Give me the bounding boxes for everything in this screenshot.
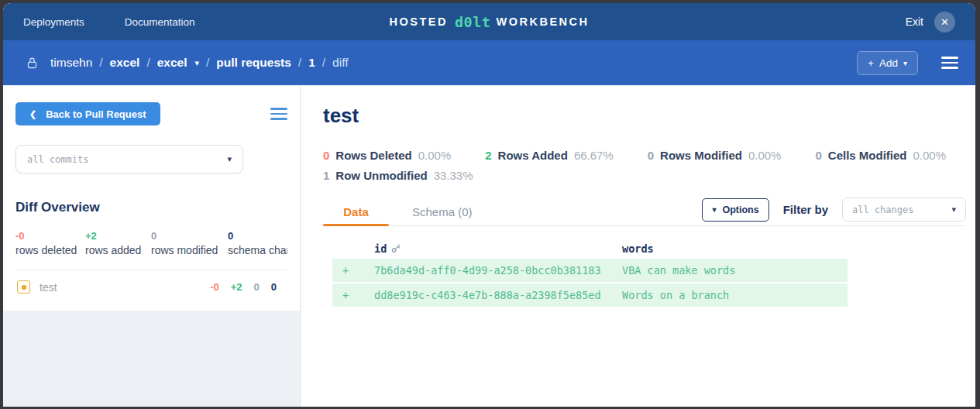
summary-label: Rows Added [498, 149, 568, 162]
breadcrumb-owner[interactable]: timsehn [50, 56, 92, 70]
nav-link-deployments[interactable]: Deployments [23, 16, 84, 28]
table-name: test [40, 281, 57, 294]
breadcrumb: timsehn / excel / excel ▾ / pull request… [50, 56, 348, 70]
app-window: Deployments Documentation HOSTED d0lt WO… [3, 3, 975, 407]
options-button[interactable]: ▾ Options [702, 198, 769, 222]
lock-icon [26, 57, 38, 70]
plus-icon: + [868, 57, 874, 69]
breadcrumb-separator: / [298, 56, 301, 70]
filter-by-label: Filter by [783, 203, 828, 216]
caret-down-icon: ▾ [227, 154, 232, 164]
summary-pct: 0.00% [748, 149, 782, 162]
logo-hosted: HOSTED [390, 15, 448, 28]
table-stat-deleted: -0 [210, 281, 219, 293]
row-added-marker: + [332, 264, 374, 277]
filter-changes-select[interactable]: all changes ▾ [842, 198, 966, 222]
menu-hamburger-icon[interactable] [941, 57, 958, 69]
add-button[interactable]: + Add ▾ [857, 51, 918, 75]
table-stats: -0 +2 0 0 [210, 281, 286, 293]
options-button-label: Options [722, 204, 758, 215]
tab-data[interactable]: Data [323, 198, 389, 225]
stat-label: rows deleted [15, 244, 85, 256]
chevron-left-icon: ❮ [29, 109, 36, 119]
caret-down-icon: ▾ [951, 204, 956, 215]
cell-words: Words on a branch [622, 289, 848, 301]
nav-link-documentation[interactable]: Documentation [125, 16, 195, 28]
table-row-added: + 7b6da49d-aff0-4d99-a258-0bcc0b381183 V… [332, 259, 848, 282]
sidebar-card: ❮ Back to Pull Request all commits ▾ Dif… [3, 85, 300, 311]
cell-id: dd8e919c-c463-4e7b-888a-a2398f5e85ed [374, 289, 622, 301]
primary-key-icon [391, 243, 401, 253]
diff-sidebar: ❮ Back to Pull Request all commits ▾ Dif… [3, 85, 301, 407]
filter-select-value: all changes [852, 204, 913, 215]
table-stat-modified: 0 [254, 281, 260, 293]
summary-label: Rows Deleted [335, 149, 411, 162]
logo-dolt: d0lt [455, 14, 491, 30]
topnav-right: Exit ✕ [906, 12, 955, 33]
tab-data-label: Data [343, 205, 369, 218]
breadcrumb-separator: / [206, 56, 209, 70]
commits-select-value: all commits [27, 154, 88, 165]
branch-caret-down-icon[interactable]: ▾ [195, 58, 200, 68]
table-controls: ▾ Options Filter by all changes ▾ [702, 198, 966, 222]
stat-label: rows modified [151, 244, 228, 256]
logo-workbench: WORKBENCH [497, 15, 590, 28]
breadcrumb-separator: / [322, 56, 325, 70]
diff-table-header: id words [332, 238, 848, 259]
diff-table: id words + 7b6da49d-aff0-4d99-a258-0bcc0… [332, 238, 848, 307]
summary-label: Cells Modified [828, 149, 907, 162]
window-frame: Deployments Documentation HOSTED d0lt WO… [0, 0, 980, 409]
table-row-added: + dd8e919c-c463-4e7b-888a-a2398f5e85ed W… [332, 284, 848, 307]
breadcrumb-pr-number[interactable]: 1 [308, 56, 315, 70]
exit-link[interactable]: Exit [906, 15, 923, 28]
summary-rows-deleted: 0 Rows Deleted 0.00% [323, 149, 451, 162]
column-header-words: words [622, 242, 848, 255]
column-id-label: id [374, 242, 387, 255]
cell-id: 7b6da49d-aff0-4d99-a258-0bcc0b381183 [374, 264, 622, 277]
back-button-label: Back to Pull Request [46, 108, 146, 120]
table-stat-added: +2 [231, 281, 242, 293]
active-tab-underline [323, 224, 389, 226]
row-added-marker: + [332, 289, 374, 301]
breadcrumb-bar: timsehn / excel / excel ▾ / pull request… [3, 40, 975, 85]
summary-rows-modified: 0 Rows Modified 0.00% [648, 149, 782, 162]
diff-main-panel: test 0 Rows Deleted 0.00% 2 Rows Added 6… [301, 85, 975, 407]
close-icon[interactable]: ✕ [934, 12, 955, 33]
stat-value: -0 [15, 230, 85, 242]
breadcrumb-diff[interactable]: diff [332, 56, 348, 70]
breadcrumb-branch[interactable]: excel [157, 56, 187, 70]
diff-overview-title: Diff Overview [15, 200, 287, 215]
summary-rows-added: 2 Rows Added 66.67% [485, 149, 614, 162]
summary-label: Row Unmodified [335, 169, 427, 182]
summary-pct: 66.67% [574, 149, 614, 162]
breadcrumb-separator: / [99, 56, 102, 70]
summary-num: 2 [485, 149, 491, 162]
breadcrumb-actions: + Add ▾ [857, 51, 958, 75]
table-stat-schema: 0 [271, 281, 277, 293]
breadcrumb-pull-requests[interactable]: pull requests [216, 56, 291, 70]
stat-value: 0 [151, 230, 228, 242]
stat-rows-modified: 0 rows modified [151, 230, 228, 256]
summary-pct: 33.33% [434, 169, 473, 182]
overview-stats: -0 rows deleted +2 rows added 0 rows mod… [15, 230, 287, 256]
summary-num: 1 [323, 169, 329, 182]
breadcrumb-database[interactable]: excel [110, 56, 140, 70]
summary-cells-modified: 0 Cells Modified 0.00% [815, 149, 946, 162]
summary-pct: 0.00% [913, 149, 947, 162]
summary-label: Rows Modified [660, 149, 742, 162]
summary-pct: 0.00% [418, 149, 452, 162]
tabs-row: Data Schema (0) ▾ Options Filter by al [323, 198, 966, 226]
sidebar-table-item-test[interactable]: test -0 +2 0 0 [15, 270, 287, 303]
stat-value: +2 [85, 230, 151, 242]
page-title: test [323, 104, 966, 128]
table-changed-icon [17, 280, 30, 294]
top-navbar: Deployments Documentation HOSTED d0lt WO… [3, 3, 975, 40]
app-logo: HOSTED d0lt WORKBENCH [390, 14, 590, 30]
tab-schema[interactable]: Schema (0) [401, 198, 483, 225]
cell-words: VBA can make words [622, 264, 848, 277]
commits-select[interactable]: all commits ▾ [15, 145, 243, 174]
back-to-pull-request-button[interactable]: ❮ Back to Pull Request [15, 102, 160, 125]
tab-schema-label: Schema (0) [412, 205, 473, 218]
sidebar-hamburger-icon[interactable] [270, 108, 287, 120]
stat-schema-changes: 0 schema changes [228, 230, 287, 256]
